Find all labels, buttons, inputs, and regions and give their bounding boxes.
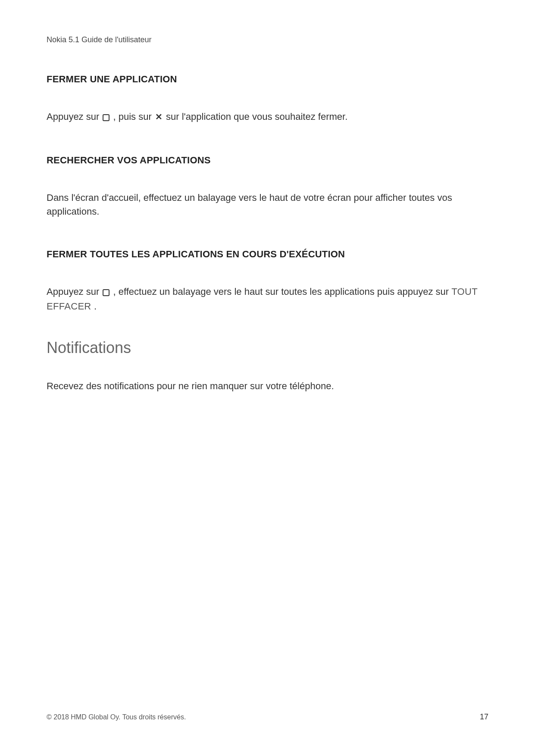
body-text-close-all-apps: Appuyez sur , effectuez un balayage vers… bbox=[47, 285, 488, 313]
text-fragment: , effectuez un balayage vers le haut sur… bbox=[113, 286, 452, 297]
page-number: 17 bbox=[480, 712, 488, 722]
section-heading-close-app: FERMER UNE APPLICATION bbox=[47, 74, 488, 85]
body-text-notifications: Recevez des notifications pour ne rien m… bbox=[47, 379, 488, 393]
recent-apps-square-icon bbox=[103, 286, 110, 300]
section-heading-notifications: Notifications bbox=[47, 339, 488, 357]
text-fragment: , puis sur bbox=[113, 111, 154, 122]
document-header-title: Nokia 5.1 Guide de l'utilisateur bbox=[47, 35, 488, 44]
text-fragment: Appuyez sur bbox=[47, 286, 102, 297]
recent-apps-square-icon bbox=[103, 111, 110, 125]
page-content: Nokia 5.1 Guide de l'utilisateur FERMER … bbox=[0, 0, 535, 393]
body-text-close-app: Appuyez sur , puis sur ✕ sur l'applicati… bbox=[47, 110, 488, 125]
body-text-search-apps: Dans l'écran d'accueil, effectuez un bal… bbox=[47, 191, 488, 219]
text-fragment: Appuyez sur bbox=[47, 111, 102, 122]
text-fragment: sur l'application que vous souhaitez fer… bbox=[166, 111, 347, 122]
page-footer: © 2018 HMD Global Oy. Tous droits réserv… bbox=[47, 712, 488, 722]
close-icon: ✕ bbox=[155, 112, 163, 121]
text-fragment: . bbox=[94, 301, 97, 312]
section-heading-close-all-apps: FERMER TOUTES LES APPLICATIONS EN COURS … bbox=[47, 249, 488, 260]
footer-copyright: © 2018 HMD Global Oy. Tous droits réserv… bbox=[47, 713, 186, 721]
section-heading-search-apps: RECHERCHER VOS APPLICATIONS bbox=[47, 155, 488, 166]
